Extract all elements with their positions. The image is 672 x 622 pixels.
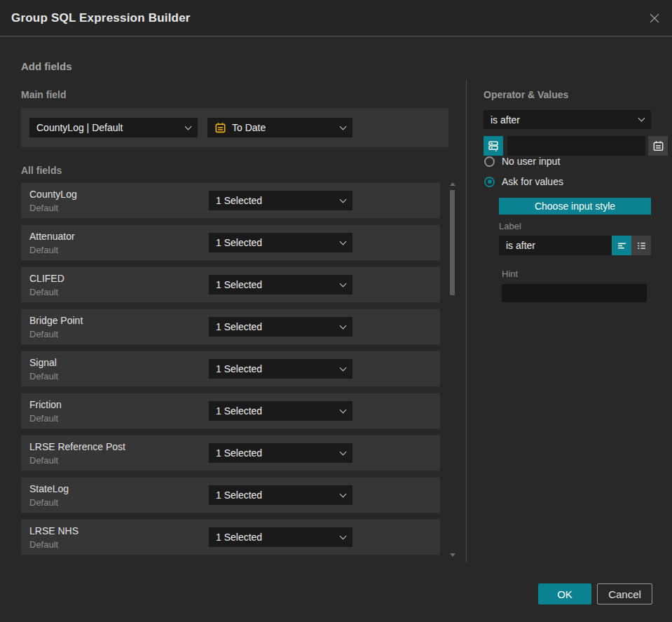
field-selection-select[interactable]: 1 Selected (209, 485, 352, 505)
main-field-label: Main field (21, 89, 67, 100)
field-selection-value: 1 Selected (216, 447, 335, 459)
field-name: LRSE NHS (29, 525, 78, 536)
radio-label: Ask for values (502, 176, 563, 187)
value-input[interactable] (507, 136, 645, 156)
field-name: Signal (29, 357, 57, 368)
ok-button[interactable]: OK (538, 583, 591, 604)
field-row: Attenuator Default 1 Selected (21, 225, 440, 260)
date-option-select[interactable]: To Date (207, 118, 352, 137)
field-row: CountyLog Default 1 Selected (21, 183, 440, 218)
label-field-label: Label (499, 221, 651, 231)
input-style-text-button[interactable] (612, 236, 631, 255)
main-field-panel: CountyLog | Default To Date (21, 108, 448, 147)
date-picker-button[interactable] (648, 136, 668, 156)
scroll-up-arrow-icon[interactable] (450, 182, 455, 186)
field-selection-select[interactable]: 1 Selected (209, 443, 352, 463)
chevron-down-icon (340, 532, 347, 539)
operator-select-value: is after (491, 114, 633, 126)
vertical-divider (466, 80, 467, 562)
field-source: Default (29, 245, 58, 255)
value-stack-icon (487, 140, 500, 152)
date-option-select-value: To Date (232, 122, 329, 133)
field-name: StateLog (29, 483, 69, 494)
field-selection-value: 1 Selected (216, 195, 335, 206)
chevron-down-icon (340, 238, 347, 245)
field-selection-select[interactable]: 1 Selected (209, 233, 352, 252)
field-selection-value: 1 Selected (216, 363, 335, 374)
radio-ask-for-values[interactable]: Ask for values (484, 176, 651, 187)
chevron-down-icon (340, 322, 347, 329)
dialog-header: Group SQL Expression Builder (0, 0, 672, 36)
field-row: StateLog Default 1 Selected (21, 478, 440, 513)
field-row: Friction Default 1 Selected (21, 393, 440, 428)
field-source: Default (29, 329, 58, 339)
dialog-title: Group SQL Expression Builder (11, 11, 191, 25)
chevron-down-icon (340, 196, 347, 203)
field-row: LRSE NHS Default 1 Selected (21, 520, 440, 555)
field-selection-value: 1 Selected (216, 279, 335, 290)
field-source: Default (29, 287, 58, 297)
field-selection-select[interactable]: 1 Selected (209, 401, 352, 421)
value-row (484, 136, 651, 156)
scrollbar-thumb[interactable] (450, 190, 455, 295)
field-source: Default (29, 455, 58, 466)
calendar-icon (652, 140, 664, 152)
calendar-icon (214, 122, 226, 134)
hint-input[interactable] (502, 284, 647, 302)
value-type-button[interactable] (484, 136, 503, 156)
main-field-select-value: CountyLog | Default (36, 122, 180, 133)
field-selection-select[interactable]: 1 Selected (209, 317, 352, 337)
choose-input-style-button[interactable]: Choose input style (499, 198, 651, 215)
field-row: Bridge Point Default 1 Selected (21, 309, 440, 344)
chevron-down-icon (340, 406, 347, 413)
operator-select[interactable]: is after (484, 110, 651, 129)
operator-values-heading: Operator & Values (484, 89, 651, 100)
scroll-down-arrow-icon[interactable] (450, 553, 455, 557)
label-input-row (499, 236, 651, 255)
add-fields-heading: Add fields (21, 60, 72, 72)
main-field-select[interactable]: CountyLog | Default (29, 118, 198, 137)
field-selection-value: 1 Selected (216, 489, 335, 501)
input-style-list-button[interactable] (631, 236, 651, 255)
radio-button-icon[interactable] (484, 156, 495, 167)
cancel-button[interactable]: Cancel (597, 583, 652, 604)
field-selection-value: 1 Selected (216, 237, 335, 248)
chevron-down-icon (340, 490, 347, 497)
chevron-down-icon (340, 123, 347, 130)
field-selection-select[interactable]: 1 Selected (209, 191, 352, 210)
chevron-down-icon (340, 448, 347, 455)
field-row: Signal Default 1 Selected (21, 351, 440, 386)
all-fields-list: CountyLog Default 1 Selected Attenuator … (21, 183, 440, 556)
chevron-down-icon (638, 115, 645, 122)
radio-label: No user input (502, 156, 560, 167)
radio-no-user-input[interactable]: No user input (484, 156, 651, 167)
field-selection-select[interactable]: 1 Selected (209, 275, 352, 295)
all-fields-label: All fields (21, 165, 62, 176)
field-selection-select[interactable]: 1 Selected (209, 359, 352, 379)
field-name: CLIFED (29, 273, 64, 284)
field-selection-value: 1 Selected (216, 405, 335, 417)
field-name: Friction (29, 399, 62, 410)
field-name: Bridge Point (29, 315, 83, 326)
list-scrollbar[interactable] (448, 181, 457, 560)
close-button[interactable] (648, 12, 661, 25)
label-input[interactable] (499, 236, 612, 255)
field-source: Default (29, 539, 58, 550)
field-name: LRSE Reference Post (29, 441, 125, 452)
chevron-down-icon (185, 123, 192, 130)
radio-button-icon[interactable] (484, 177, 495, 187)
align-left-icon (616, 240, 628, 252)
close-icon (649, 13, 660, 24)
chevron-down-icon (340, 364, 347, 371)
field-source: Default (29, 497, 58, 508)
field-row: CLIFED Default 1 Selected (21, 267, 440, 302)
field-source: Default (29, 413, 58, 424)
field-name: Attenuator (29, 231, 75, 242)
field-source: Default (29, 203, 58, 213)
hint-field-label: Hint (502, 269, 651, 279)
field-name: CountyLog (29, 189, 77, 200)
field-selection-value: 1 Selected (216, 532, 335, 543)
chevron-down-icon (340, 280, 347, 287)
field-row: LRSE Reference Post Default 1 Selected (21, 435, 440, 471)
field-selection-select[interactable]: 1 Selected (209, 527, 352, 547)
